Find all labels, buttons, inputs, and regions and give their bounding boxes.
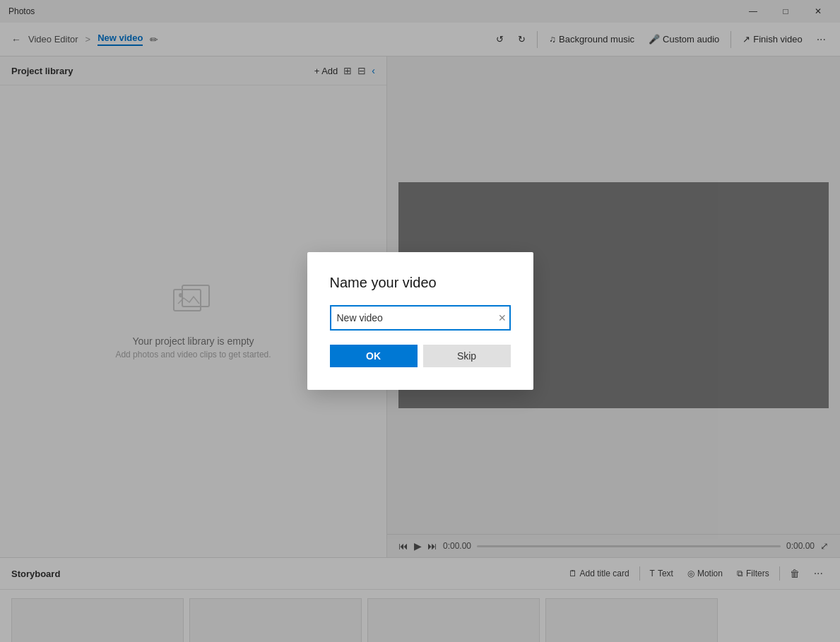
modal-buttons: OK Skip — [330, 345, 511, 367]
video-name-input[interactable] — [330, 305, 511, 331]
skip-button[interactable]: Skip — [423, 345, 511, 367]
clear-input-button[interactable]: ✕ — [498, 312, 507, 323]
modal-title: Name your video — [330, 275, 511, 291]
modal-input-wrapper: ✕ — [330, 305, 511, 331]
ok-button[interactable]: OK — [330, 345, 418, 367]
modal-overlay: Name your video ✕ OK Skip — [0, 0, 840, 642]
name-video-modal: Name your video ✕ OK Skip — [307, 252, 533, 390]
